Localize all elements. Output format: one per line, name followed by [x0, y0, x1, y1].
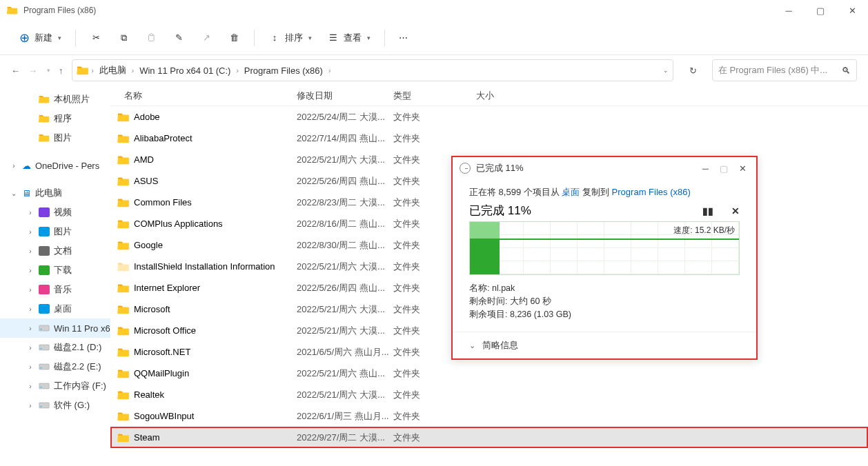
chevron-right-icon[interactable]: › — [328, 67, 331, 74]
dest-link[interactable]: Program Files (x86) — [612, 187, 691, 197]
chevron-right-icon[interactable]: › — [92, 67, 94, 74]
dialog-maximize-button[interactable]: ▢ — [720, 163, 728, 174]
file-row[interactable]: Steam2022/9/27/周二 大漠...文件夹 — [110, 427, 868, 448]
window-titlebar: Program Files (x86) ─ ▢ ✕ — [0, 0, 868, 21]
file-date: 2022/7/14/周四 燕山... — [297, 132, 393, 145]
recent-locations-button[interactable]: ▾ — [47, 67, 50, 74]
breadcrumb-item[interactable]: 此电脑 — [97, 63, 129, 78]
sidebar-item[interactable]: 图片 — [0, 128, 110, 148]
sidebar-item[interactable]: ›Win 11 Pro x6 — [0, 318, 110, 338]
sidebar-item[interactable]: ›视频 — [0, 203, 110, 222]
file-row[interactable]: Adobe2022/5/24/周二 大漠...文件夹 — [110, 106, 868, 128]
copy-button[interactable]: ⧉ — [112, 28, 135, 48]
expand-icon[interactable]: › — [26, 363, 34, 371]
expand-icon[interactable]: › — [26, 383, 34, 390]
sidebar-item[interactable]: ›文档 — [0, 241, 110, 261]
pause-button[interactable]: ▮▮ — [702, 205, 713, 216]
folder-icon — [117, 433, 130, 443]
column-type[interactable]: 类型 — [393, 90, 476, 102]
copy-details: 名称: nl.pak 剩余时间: 大约 60 秒 剩余项目: 8,236 (1.… — [469, 282, 740, 321]
folder-icon — [117, 198, 130, 207]
up-button[interactable]: ↑ — [59, 65, 63, 76]
dialog-footer[interactable]: ⌄ 简略信息 — [453, 332, 756, 358]
sidebar-item[interactable]: ⌄🖥︎此电脑 — [0, 183, 110, 203]
dialog-minimize-button[interactable]: ─ — [702, 163, 709, 174]
chevron-right-icon[interactable]: › — [236, 67, 238, 74]
address-bar[interactable]: › 此电脑 › Win 11 Pro x64 01 (C:) › Program… — [72, 59, 674, 81]
sidebar-item[interactable]: ›桌面 — [0, 299, 110, 318]
trash-icon: 🗑︎ — [228, 32, 240, 44]
expand-icon[interactable]: › — [10, 162, 18, 170]
file-name: Microsoft — [134, 304, 170, 314]
sidebar-item[interactable]: ›下载 — [0, 261, 110, 280]
file-type: 文件夹 — [393, 389, 476, 401]
sort-button[interactable]: ↕ 排序 ▾ — [263, 28, 317, 48]
chevron-down-icon: ▾ — [308, 34, 312, 41]
expand-icon[interactable]: › — [26, 402, 34, 409]
expand-icon[interactable]: › — [26, 247, 34, 255]
refresh-button[interactable]: ↻ — [682, 59, 704, 81]
expand-icon[interactable]: › — [26, 267, 34, 274]
column-size[interactable]: 大小 — [476, 90, 524, 102]
cut-icon: ✂ — [90, 32, 102, 44]
file-name: Internet Explorer — [134, 283, 200, 293]
view-button[interactable]: ☰ 查看 ▾ — [322, 28, 376, 48]
chevron-down-icon: ▾ — [58, 34, 61, 41]
column-date[interactable]: 修改日期 — [297, 90, 393, 102]
drive-icon — [39, 323, 50, 333]
file-date: 2022/5/21/周六 大漠... — [297, 325, 393, 337]
close-button[interactable]: ✕ — [836, 0, 868, 21]
expand-icon[interactable]: › — [26, 325, 34, 332]
file-date: 2022/5/21/周六 大漠... — [297, 303, 393, 316]
expand-icon[interactable]: › — [26, 209, 34, 216]
sidebar-item-label: 图片 — [54, 225, 72, 238]
rename-button[interactable]: ✎ — [167, 28, 190, 48]
file-row[interactable]: Realtek2022/5/21/周六 大漠...文件夹 — [110, 384, 868, 405]
expand-icon[interactable]: › — [26, 305, 34, 313]
cancel-copy-button[interactable]: ✕ — [731, 205, 740, 216]
expand-icon[interactable]: ⌄ — [10, 190, 18, 197]
file-name: ASUS — [134, 176, 158, 186]
sidebar-item[interactable]: ›磁盘2.2 (E:) — [0, 357, 110, 376]
sidebar-item[interactable]: ›工作内容 (F:) — [0, 376, 110, 396]
cut-button[interactable]: ✂ — [84, 28, 108, 48]
breadcrumb-item[interactable]: Win 11 Pro x64 01 (C:) — [137, 64, 233, 77]
expand-icon[interactable]: › — [26, 344, 34, 352]
dialog-close-button[interactable]: ✕ — [739, 163, 747, 174]
delete-button[interactable]: 🗑︎ — [222, 28, 246, 48]
sidebar-item[interactable]: ›图片 — [0, 222, 110, 241]
file-row[interactable]: SogouWBInput2022/6/1/周三 燕山月...文件夹 — [110, 405, 868, 427]
search-input[interactable]: 在 Program Files (x86) 中... 🔍︎ — [712, 59, 857, 81]
sidebar-item[interactable]: ›软件 (G:) — [0, 396, 110, 415]
file-row[interactable]: QQMailPlugin2022/5/21/周六 燕山...文件夹 — [110, 363, 868, 384]
file-row[interactable]: AlibabaProtect2022/7/14/周四 燕山...文件夹 — [110, 128, 868, 149]
sidebar-item[interactable]: ›音乐 — [0, 280, 110, 299]
more-button[interactable]: ⋯ — [393, 28, 413, 47]
forward-button[interactable]: → — [28, 65, 37, 76]
sidebar-item-label: 磁盘2.1 (D:) — [54, 341, 101, 354]
column-name[interactable]: 名称 — [124, 90, 297, 102]
share-button[interactable]: ↗ — [195, 28, 218, 48]
source-link[interactable]: 桌面 — [562, 187, 580, 197]
back-button[interactable]: ← — [11, 65, 20, 76]
expand-icon[interactable]: › — [26, 228, 34, 236]
sidebar-item[interactable]: 本机照片 — [0, 90, 110, 109]
new-button[interactable]: ⊕ 新建 ▾ — [12, 28, 67, 48]
sidebar-item-label: 桌面 — [54, 303, 72, 315]
sidebar-item[interactable]: ›磁盘2.1 (D:) — [0, 338, 110, 357]
dialog-titlebar[interactable]: 已完成 11% ─ ▢ ✕ — [453, 157, 756, 179]
file-name: AMD — [134, 154, 154, 165]
maximize-button[interactable]: ▢ — [805, 0, 836, 21]
paste-button[interactable]: 📋︎ — [139, 28, 163, 48]
breadcrumb-item[interactable]: Program Files (x86) — [241, 64, 326, 77]
minimize-button[interactable]: ─ — [773, 0, 805, 21]
chevron-right-icon[interactable]: › — [132, 67, 134, 74]
address-dropdown-button[interactable]: ⌄ — [663, 67, 669, 74]
sidebar-item[interactable]: ›☁OneDrive - Pers — [0, 156, 110, 175]
file-name: Adobe — [134, 112, 160, 122]
sidebar-item[interactable]: 程序 — [0, 109, 110, 128]
expand-icon[interactable]: › — [26, 286, 34, 294]
file-date: 2022/5/21/周六 大漠... — [297, 261, 393, 273]
sidebar-item-label: 磁盘2.2 (E:) — [54, 361, 101, 373]
file-name: Common Files — [134, 197, 192, 207]
